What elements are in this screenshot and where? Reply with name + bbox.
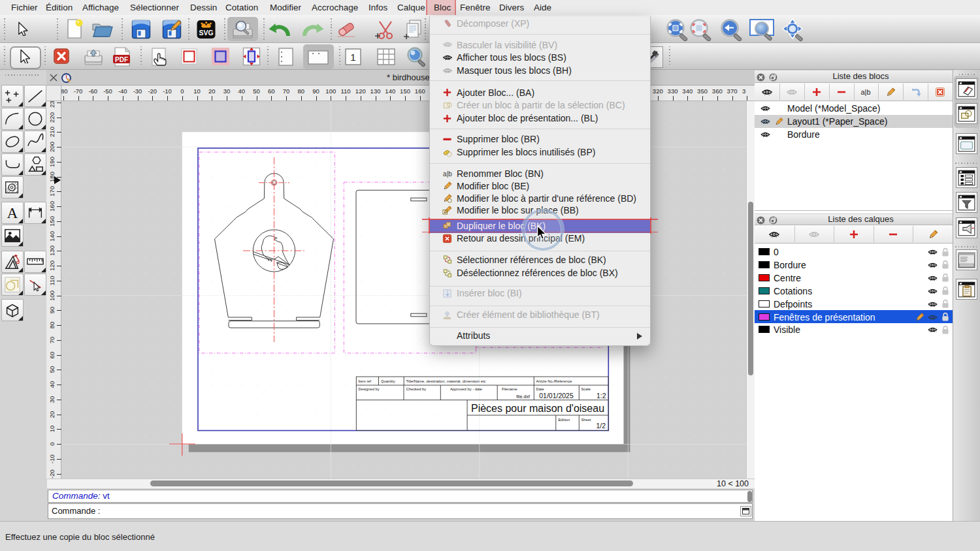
svg-text:Designed by: Designed by xyxy=(359,387,380,391)
svg-text:SVG: SVG xyxy=(199,29,213,37)
svg-text:Checked by: Checked by xyxy=(406,387,427,391)
svg-text:a|b: a|b xyxy=(861,88,871,96)
svg-text:Quantity: Quantity xyxy=(381,379,395,383)
svg-text:Title/Name, destination, mater: Title/Name, destination, material, dimen… xyxy=(406,379,486,383)
svg-text:Sheet: Sheet xyxy=(581,418,592,422)
svg-text:a|b: a|b xyxy=(443,170,452,178)
svg-text:Article No./Reference: Article No./Reference xyxy=(536,379,572,383)
svg-text:1/2: 1/2 xyxy=(596,422,606,430)
svg-text:Scale: Scale xyxy=(581,387,591,391)
svg-text:Pièces pour maison d'oiseau: Pièces pour maison d'oiseau xyxy=(471,403,604,414)
svg-text:01/01/2025: 01/01/2025 xyxy=(539,392,574,400)
svg-text:Date: Date xyxy=(536,387,544,391)
svg-text:PDF: PDF xyxy=(115,56,128,63)
svg-text:1: 1 xyxy=(350,52,355,63)
svg-text:Filename: Filename xyxy=(502,387,517,391)
svg-text:Item ref: Item ref xyxy=(359,379,372,383)
svg-text:file.dxf: file.dxf xyxy=(516,394,530,400)
svg-text:A: A xyxy=(7,204,18,221)
svg-text:Edition: Edition xyxy=(559,418,570,422)
svg-text:Approved by - date: Approved by - date xyxy=(450,387,482,391)
svg-text:1:2: 1:2 xyxy=(596,392,606,400)
